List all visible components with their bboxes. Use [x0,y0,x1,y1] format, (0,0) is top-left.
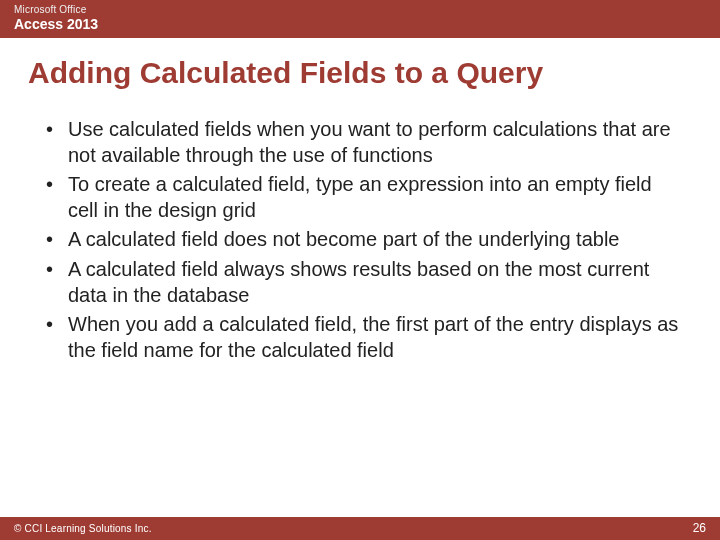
title-area: Adding Calculated Fields to a Query [0,38,720,99]
bullet-item: When you add a calculated field, the fir… [40,312,680,363]
brand-label: Microsoft Office [14,4,706,15]
bullet-item: Use calculated fields when you want to p… [40,117,680,168]
body-area: Use calculated fields when you want to p… [0,99,720,517]
footer-copyright: © CCI Learning Solutions Inc. [14,523,152,534]
header-band: Microsoft Office Access 2013 [0,0,720,38]
bullet-item: A calculated field does not become part … [40,227,680,253]
slide: Microsoft Office Access 2013 Adding Calc… [0,0,720,540]
footer-band: © CCI Learning Solutions Inc. 26 [0,517,720,540]
bullet-item: To create a calculated field, type an ex… [40,172,680,223]
bullet-item: A calculated field always shows results … [40,257,680,308]
product-label: Access 2013 [14,16,706,32]
footer-page-number: 26 [693,521,706,535]
slide-title: Adding Calculated Fields to a Query [28,56,692,89]
bullet-list: Use calculated fields when you want to p… [40,117,680,363]
